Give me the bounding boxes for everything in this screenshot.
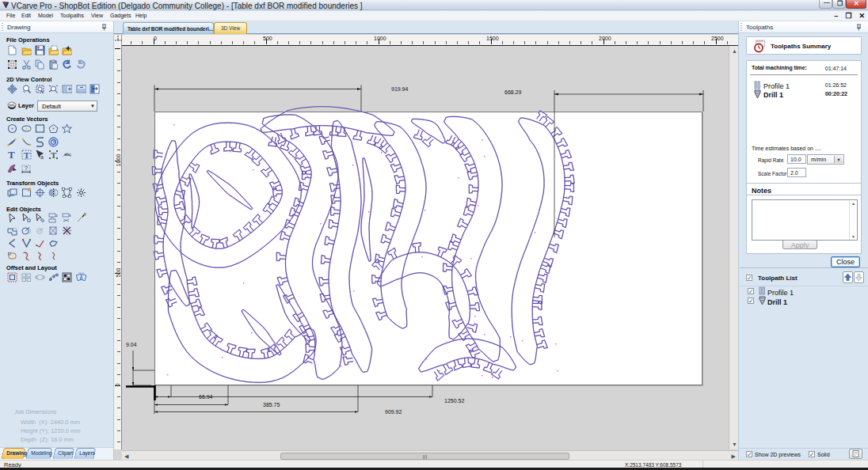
svg-text:9.04: 9.04 <box>126 342 137 347</box>
svg-text:385.75: 385.75 <box>263 402 280 407</box>
svg-text:²: ² <box>56 214 58 218</box>
svg-text:668.29: 668.29 <box>504 89 522 95</box>
svg-text:919.94: 919.94 <box>391 86 409 92</box>
svg-text:909.92: 909.92 <box>385 409 402 415</box>
svg-text:?: ? <box>25 165 28 171</box>
svg-text:66.94: 66.94 <box>199 394 213 400</box>
svg-text:³: ³ <box>70 214 71 218</box>
svg-text:T: T <box>24 150 30 160</box>
svg-text:a: a <box>40 154 44 160</box>
svg-text:T: T <box>8 150 15 160</box>
svg-text:1250.52: 1250.52 <box>444 398 464 404</box>
svg-text:abc: abc <box>64 152 71 157</box>
svg-text:T: T <box>51 150 57 160</box>
